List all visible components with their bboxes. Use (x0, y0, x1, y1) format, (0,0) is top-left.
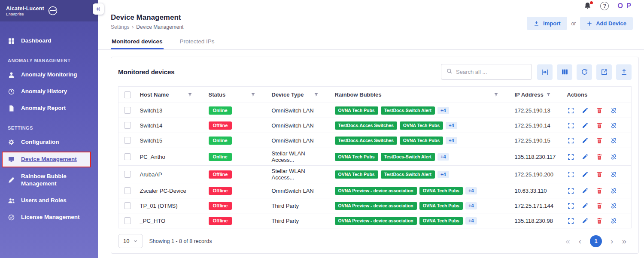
row-checkbox[interactable] (124, 187, 131, 194)
columns-button[interactable] (557, 64, 572, 80)
actions-cell (564, 198, 632, 213)
search-box[interactable] (441, 64, 532, 80)
refresh-button[interactable] (577, 64, 592, 80)
search-input[interactable] (456, 69, 527, 75)
row-checkbox[interactable] (124, 202, 131, 209)
tab-monitored-devices[interactable]: Monitored devices (111, 34, 164, 49)
unlink-device-button[interactable] (610, 122, 617, 129)
pagination-first-button[interactable]: « (565, 237, 570, 245)
expand-device-button[interactable] (567, 187, 574, 194)
unlink-device-button[interactable] (610, 217, 617, 225)
row-checkbox[interactable] (124, 107, 131, 114)
sidebar-item-anomaly-monitoring[interactable]: Anomaly Monitoring (0, 67, 98, 83)
more-bubbles-badge[interactable]: +4 (437, 107, 449, 114)
edit-device-button[interactable] (582, 217, 589, 224)
expand-device-button[interactable] (567, 202, 574, 209)
unlink-device-button[interactable] (610, 202, 617, 209)
delete-device-button[interactable] (596, 217, 603, 224)
sidebar-collapse-button[interactable] (93, 3, 104, 15)
breadcrumb-settings[interactable]: Settings (111, 24, 129, 30)
pencil-icon (582, 187, 589, 194)
filter-icon[interactable] (314, 92, 319, 97)
select-all-checkbox[interactable] (124, 91, 131, 98)
unlink-device-button[interactable] (610, 187, 617, 194)
unlink-device-button[interactable] (610, 107, 617, 114)
column-header-status: Status (205, 87, 268, 103)
edit-device-button[interactable] (582, 122, 589, 129)
plus-icon (586, 21, 592, 27)
more-bubbles-badge[interactable]: +4 (465, 187, 477, 194)
expand-device-button[interactable] (567, 122, 574, 129)
notifications-bell-icon[interactable] (583, 2, 592, 10)
delete-device-button[interactable] (596, 107, 603, 114)
add-device-button[interactable]: Add Device (580, 17, 633, 30)
sidebar-item-license-management[interactable]: License Management (0, 209, 98, 226)
filter-icon[interactable] (546, 92, 551, 97)
row-checkbox[interactable] (124, 153, 131, 160)
sidebar-item-anomaly-report[interactable]: Anomaly Report (0, 100, 98, 117)
unlink-icon (610, 171, 617, 178)
upload-button[interactable] (616, 64, 632, 80)
pagination-next-button[interactable]: › (611, 237, 613, 245)
help-icon[interactable]: ? (600, 2, 609, 10)
expand-device-button[interactable] (567, 137, 574, 144)
resize-columns-button[interactable] (537, 64, 553, 80)
delete-device-button[interactable] (596, 137, 603, 144)
more-bubbles-badge[interactable]: +4 (465, 217, 477, 225)
edit-device-button[interactable] (582, 107, 589, 114)
unlink-device-button[interactable] (610, 171, 617, 178)
more-bubbles-badge[interactable]: +4 (446, 122, 457, 129)
tab-protected-ips[interactable]: Protected IPs (179, 34, 216, 49)
filter-icon[interactable] (494, 92, 498, 97)
more-bubbles-badge[interactable]: +4 (437, 171, 449, 178)
unlink-icon (610, 107, 617, 114)
refresh-icon (581, 68, 588, 76)
edit-device-button[interactable] (582, 202, 589, 209)
host-name-cell: Switch15 (137, 133, 205, 148)
delete-device-button[interactable] (596, 187, 603, 194)
expand-device-button[interactable] (567, 153, 574, 161)
import-button[interactable]: Import (527, 17, 567, 30)
sidebar-item-dashboard[interactable]: Dashboard (0, 33, 98, 49)
delete-device-button[interactable] (596, 202, 603, 209)
more-bubbles-badge[interactable]: +4 (465, 202, 477, 209)
export-button[interactable] (596, 64, 612, 80)
bubble-badge: OVNA Tech Pubs (335, 153, 378, 161)
filter-icon[interactable] (188, 92, 192, 97)
row-checkbox-cell (118, 103, 137, 118)
sidebar-item-configuration[interactable]: Configuration (0, 134, 98, 151)
bubble-badge: OVNA Tech Pubs (419, 202, 463, 210)
user-avatar[interactable]: O P (617, 2, 632, 10)
sidebar-item-rainbow-bubble-management[interactable]: Rainbow Bubble Management (0, 168, 98, 192)
edit-device-button[interactable] (582, 187, 589, 194)
unlink-device-button[interactable] (610, 153, 617, 161)
pagination-last-button[interactable]: » (622, 237, 626, 245)
sidebar-item-users-and-roles[interactable]: Users and Roles (0, 192, 98, 209)
row-checkbox[interactable] (124, 217, 131, 224)
bubble-badge: TestDocs-Acces Switches (335, 137, 397, 145)
expand-device-button[interactable] (567, 217, 574, 225)
unlink-device-button[interactable] (610, 137, 617, 144)
delete-device-button[interactable] (596, 171, 603, 178)
sidebar-item-device-management[interactable]: Device Management (2, 152, 91, 167)
edit-device-button[interactable] (582, 137, 589, 144)
more-bubbles-badge[interactable]: +4 (446, 137, 457, 144)
delete-device-button[interactable] (596, 153, 603, 160)
resize-columns-icon (541, 68, 549, 76)
row-checkbox[interactable] (124, 122, 131, 129)
filter-icon[interactable] (251, 92, 255, 97)
expand-device-button[interactable] (567, 171, 574, 178)
pagination-prev-button[interactable]: ‹ (579, 237, 581, 245)
sidebar-item-anomaly-history[interactable]: Anomaly History (0, 83, 98, 100)
ip-address-cell: 10.63.33.110 (511, 183, 564, 198)
edit-device-button[interactable] (582, 171, 589, 178)
delete-device-button[interactable] (596, 122, 603, 129)
pagination-page-1[interactable]: 1 (590, 235, 602, 247)
edit-device-button[interactable] (582, 153, 589, 160)
row-checkbox[interactable] (124, 137, 131, 144)
expand-device-button[interactable] (567, 107, 574, 114)
more-bubbles-badge[interactable]: +4 (437, 153, 449, 161)
search-icon (446, 68, 453, 76)
page-size-select[interactable]: 10 (118, 234, 143, 248)
row-checkbox[interactable] (124, 171, 131, 178)
